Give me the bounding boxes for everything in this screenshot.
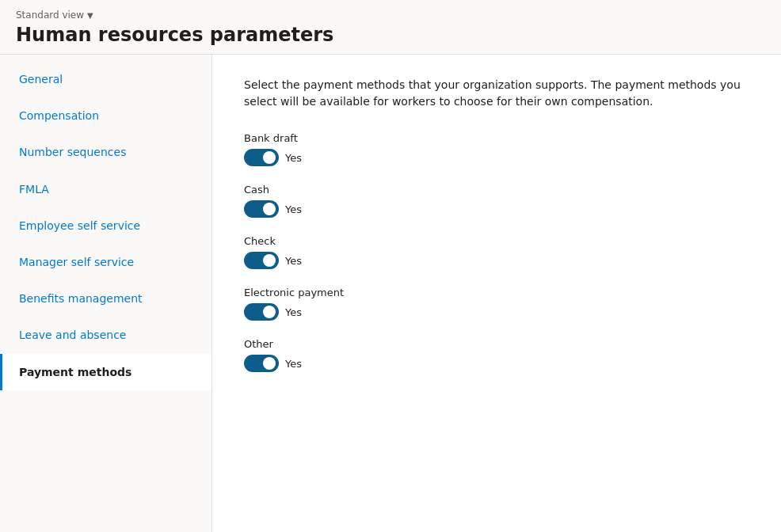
sidebar-item-benefits-management[interactable]: Benefits management [0,280,211,317]
standard-view-selector[interactable]: Standard view ▼ [16,10,765,21]
toggle-row-bank-draft: Yes [244,149,749,166]
toggle-value-electronic-payment: Yes [285,306,302,318]
payment-method-other: OtherYes [244,338,749,372]
description-text: Select the payment methods that your org… [244,77,749,110]
standard-view-label: Standard view [16,10,84,21]
toggle-row-other: Yes [244,355,749,372]
toggle-value-bank-draft: Yes [285,152,302,164]
toggle-row-cash: Yes [244,200,749,218]
payment-method-check: CheckYes [244,235,749,269]
sidebar-item-general[interactable]: General [0,61,211,97]
sidebar-item-compensation[interactable]: Compensation [0,97,211,134]
toggle-slider-cash [244,200,279,218]
toggle-electronic-payment[interactable] [244,303,279,321]
payment-method-label-check: Check [244,235,749,247]
toggle-value-check: Yes [285,255,302,267]
payment-method-label-cash: Cash [244,184,749,196]
sidebar-item-leave-and-absence[interactable]: Leave and absence [0,317,211,353]
toggle-slider-other [244,355,279,372]
toggle-slider-check [244,252,279,269]
main-content: Select the payment methods that your org… [212,55,781,532]
sidebar-item-number-sequences[interactable]: Number sequences [0,134,211,170]
sidebar: GeneralCompensationNumber sequencesFMLAE… [0,55,212,532]
sidebar-item-employee-self-service[interactable]: Employee self service [0,207,211,244]
page-title: Human resources parameters [16,24,765,46]
content-area: GeneralCompensationNumber sequencesFMLAE… [0,55,781,532]
toggle-slider-electronic-payment [244,303,279,321]
payment-methods-container: Bank draftYesCashYesCheckYesElectronic p… [244,132,749,372]
toggle-row-check: Yes [244,252,749,269]
payment-method-electronic-payment: Electronic paymentYes [244,287,749,321]
payment-method-cash: CashYes [244,184,749,218]
toggle-check[interactable] [244,252,279,269]
page-wrapper: Standard view ▼ Human resources paramete… [0,0,781,532]
page-header: Standard view ▼ Human resources paramete… [0,0,781,55]
payment-method-label-bank-draft: Bank draft [244,132,749,144]
toggle-row-electronic-payment: Yes [244,303,749,321]
sidebar-item-manager-self-service[interactable]: Manager self service [0,244,211,280]
payment-method-label-electronic-payment: Electronic payment [244,287,749,298]
payment-method-label-other: Other [244,338,749,350]
toggle-bank-draft[interactable] [244,149,279,166]
chevron-down-icon: ▼ [87,11,93,20]
payment-method-bank-draft: Bank draftYes [244,132,749,166]
toggle-value-cash: Yes [285,203,302,215]
sidebar-item-payment-methods[interactable]: Payment methods [0,354,211,390]
toggle-value-other: Yes [285,358,302,370]
toggle-cash[interactable] [244,200,279,218]
sidebar-item-fmla[interactable]: FMLA [0,171,211,207]
toggle-slider-bank-draft [244,149,279,166]
toggle-other[interactable] [244,355,279,372]
